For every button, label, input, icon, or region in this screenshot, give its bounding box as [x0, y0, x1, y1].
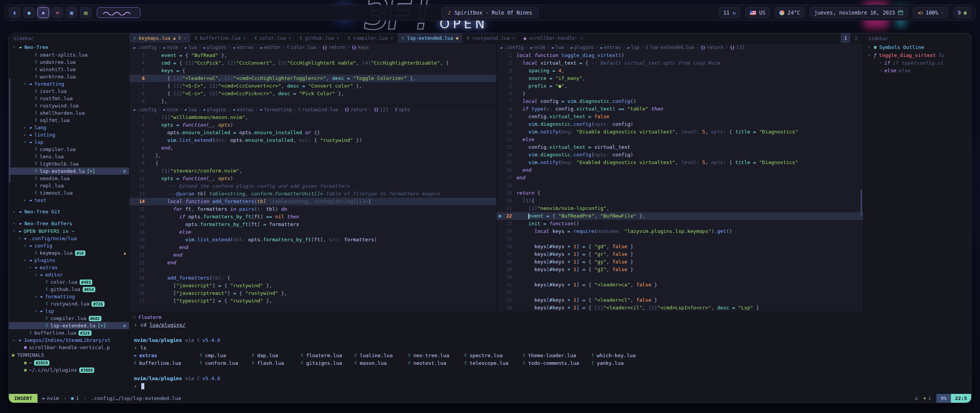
tree-item[interactable]: ☾rustywind.lua — [9, 102, 129, 109]
outline-item[interactable]: •elseelse — [864, 67, 971, 74]
code-line[interactable]: 21 [1]"neovim/nvim-lspconfig", — [497, 205, 863, 212]
close-icon[interactable]: × — [581, 36, 583, 41]
breadcrumb-item[interactable]: ☾color.lua — [287, 45, 316, 50]
breadcrumb-item[interactable]: {}[1] — [730, 45, 745, 50]
code-line[interactable]: 19return { — [497, 189, 863, 197]
workspace-button[interactable]: ◆ — [38, 7, 49, 18]
code-line[interactable]: 14 vim.diagnostic.config(opts: config) — [497, 151, 863, 159]
code-line[interactable]: 31 keys[#keys + 1] = { "<leader>ca", fal… — [497, 281, 863, 289]
breadcrumb-item[interactable]: ▰lua — [185, 107, 197, 112]
tabpage-2[interactable]: 2 — [851, 33, 861, 43]
sidebar-scrollbar[interactable] — [9, 78, 10, 182]
code-line[interactable]: 28 keys[#keys + 1] = { "gy", false } — [497, 258, 863, 266]
expander-icon[interactable]: ▾ — [23, 243, 27, 248]
code-line[interactable]: 9 config.virtual_text = false — [497, 113, 863, 120]
expander-icon[interactable]: ▾ — [867, 53, 871, 58]
code-line[interactable]: 30 — [497, 273, 863, 281]
code-line[interactable]: 8 if type(v: config.virtual_text) == "ta… — [497, 105, 863, 113]
expander-icon[interactable]: ▾ — [23, 140, 27, 145]
breadcrumb-item[interactable]: ▰.config — [133, 107, 157, 112]
code-line[interactable]: 14 local function add_formatters(tbl :ta… — [129, 198, 496, 205]
breadcrumb-item[interactable]: {}return — [345, 107, 367, 112]
tree-item[interactable]: ☾lsp-extended.lu[+]⊙ — [9, 167, 129, 175]
code-line[interactable]: 15 for ft, formatters in pairs(t: tbl) d… — [129, 205, 496, 213]
expander-icon[interactable]: ▾ — [23, 258, 27, 263]
code-line[interactable]: 25 ["javascript"] = { "rustywind" }, — [129, 282, 496, 289]
tree-item[interactable]: ▸▰test — [9, 197, 129, 204]
code-line[interactable]: 20 [1]{ — [497, 197, 863, 205]
tree-item[interactable]: ☾worktree.lua — [9, 73, 129, 80]
tree-item[interactable]: ☾repl.lua — [9, 182, 129, 189]
code-line[interactable]: 4 cmd = { [1]"CccPick", [2]"CccConvert",… — [129, 59, 496, 67]
expander-icon[interactable]: ▸ — [23, 198, 27, 203]
tree-item[interactable]: ▾▰lsp — [9, 138, 129, 146]
tree-item[interactable]: ☾compiler.lua#682 — [9, 315, 129, 322]
code-line[interactable]: 2 local virtual_text = { -- Default virt… — [497, 59, 863, 67]
tray-widget[interactable]: 9 ▣ — [953, 7, 971, 18]
breadcrumb-item[interactable]: {}[2] — [374, 107, 389, 112]
tree-item[interactable]: ☾sqlfmt.lua — [9, 117, 129, 124]
buffer-tab-github-lua[interactable]: ☾github.lua× — [296, 33, 344, 43]
code-line[interactable]: 17 opts.formatters_by_ft[ft] = formatter… — [129, 221, 496, 228]
breadcrumb-item[interactable]: ▰extras — [233, 107, 253, 112]
code-line[interactable]: ⊙22 event = { "BufReadPre", "BufNewFile"… — [497, 212, 863, 220]
section-neo-tree-git[interactable]: ▸ ▰ Neo-Tree Git — [9, 208, 129, 216]
code-line[interactable]: 4 opts = function(_, opts) — [129, 121, 496, 129]
code-line[interactable]: 24 add_formatters(tbl: { — [129, 274, 496, 282]
breadcrumb-item[interactable]: {}return — [322, 45, 345, 50]
tree-item[interactable]: ☾winshift.lua — [9, 66, 129, 73]
buffer-tab-scrollbar-handle-[interactable]: ▦scrollbar-handle-× — [519, 33, 588, 43]
code-line[interactable]: 7 { [1]"<S-C>", [2]"<cmd>CccConvert<cr>"… — [129, 82, 496, 90]
tree-item[interactable]: ▾▰OPEN BUFFERS in ~ — [9, 228, 129, 235]
expander-icon[interactable]: ▾ — [12, 229, 16, 234]
outline-item[interactable]: •ifif type(config.vi — [864, 59, 971, 67]
buffer-tab-keymaps-lua[interactable]: ☾keymaps.lua▲ 3× — [129, 33, 191, 43]
tree-item[interactable]: ▾▰lsp — [9, 307, 129, 315]
code-line[interactable]: 26 keys[#keys + 1] = { "gd", false } — [497, 243, 863, 250]
code-line[interactable]: 13 config.virtual_text = virtual_text — [497, 143, 863, 151]
close-icon[interactable]: × — [390, 36, 393, 41]
code-line[interactable]: 11 vim.notify(msg: "Disable diagnostics … — [497, 128, 863, 136]
tree-item[interactable]: ☾rustywind.lua#726 — [9, 300, 129, 307]
section-terminals[interactable]: ▣ TERMINALS — [9, 351, 129, 359]
breadcrumb-item[interactable]: ▰.config — [133, 45, 157, 50]
code-line[interactable]: 18 — [497, 182, 863, 189]
code-line[interactable]: 27 ["typescript"] = { "rustywind" }, — [129, 297, 496, 305]
code-line[interactable]: 27 keys[#keys + 1] = { "gr", false } — [497, 250, 863, 258]
code-line[interactable]: 8 }, — [129, 152, 496, 159]
code-line[interactable]: 25 — [497, 235, 863, 243]
code-line[interactable]: 13 ---@param tbl table<string, conform.F… — [129, 190, 496, 198]
expander-icon[interactable]: ▾ — [33, 294, 38, 299]
code-line[interactable]: 4 source = "if_many", — [497, 75, 863, 82]
breadcrumb-item[interactable]: ▰nvim — [163, 107, 178, 112]
breadcrumb-item[interactable]: ▰extras — [600, 45, 621, 50]
code-line[interactable]: 10 vim.diagnostic.config(opts: config) — [497, 120, 863, 128]
code-line[interactable]: 34 keys[#keys + 1] = { [1]"<leader>cil",… — [497, 304, 863, 312]
code-line[interactable]: 5 opts.ensure_installed = opts.ensure_in… — [129, 129, 496, 137]
tree-item[interactable]: ▾▰plugins — [9, 257, 129, 264]
tree-item[interactable]: ☾compiler.lua — [9, 146, 129, 153]
breadcrumb-item[interactable]: ☾lsp-extended.lua — [646, 45, 694, 50]
code-line[interactable]: 6 } — [497, 90, 863, 98]
code-line[interactable]: 5 prefix = "●", — [497, 82, 863, 90]
expander-icon[interactable]: ▸ — [12, 338, 16, 343]
code-line[interactable]: 6 vim.list_extend(dst: opts.ensure_insta… — [129, 137, 496, 144]
code-line[interactable]: 5 keys = { — [129, 67, 496, 75]
breadcrumb-item[interactable]: ƒopts — [395, 107, 410, 112]
code-line[interactable]: 17end — [497, 174, 863, 182]
code-line[interactable]: 8 { [1]"<C-c>", [2]"<cmd>CccPick<cr>", d… — [129, 90, 496, 98]
floaterm-header[interactable]: ▾ Floaterm — [129, 313, 863, 321]
tree-item[interactable]: ☾isort.lua — [9, 88, 129, 95]
tree-item[interactable]: ▾▰editor — [9, 271, 129, 278]
breadcrumb-item[interactable]: ▰editor — [260, 45, 280, 50]
tree-item[interactable]: ▣~#2859 — [9, 359, 129, 366]
code-line[interactable]: 23 — [129, 267, 496, 274]
buffer-tab-color-lua[interactable]: ☾color.lua× — [250, 33, 296, 43]
buffer-tab-rustywind-lua[interactable]: ☾rustywind.lua× — [463, 33, 519, 43]
code-line[interactable]: 33 keys[#keys + 1] = { "<leader>cl", fal… — [497, 296, 863, 304]
tree-item[interactable]: ▸▰linting — [9, 131, 129, 138]
buffer-tab-lsp-extended-lua[interactable]: ☾lsp-extended.lua● — [398, 33, 463, 43]
expander-icon[interactable]: ▸ — [23, 132, 27, 137]
breadcrumb-item[interactable]: ▰lua — [185, 45, 197, 50]
tree-item[interactable]: ▸▰Juegos/Indies/SteamLibrary/st — [9, 337, 129, 344]
